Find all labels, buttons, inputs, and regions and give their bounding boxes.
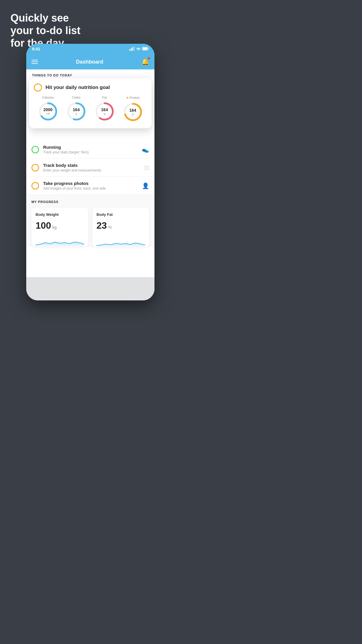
- progress-chart: [96, 234, 145, 247]
- todo-sub-label: Track your stats (target: 5km): [43, 150, 138, 154]
- donut-value: 2000: [43, 108, 52, 112]
- nutrition-card: Hit your daily nutrition goal Calories 2…: [29, 78, 152, 128]
- progress-card-title: Body Fat: [96, 212, 145, 217]
- nutrition-label: Protein: [130, 96, 140, 99]
- nutrition-row: Calories 2000 cal Carbs 164 g Fat 164 g …: [34, 96, 147, 123]
- todo-circle: [31, 182, 39, 190]
- nutrition-label: Calories: [42, 96, 54, 99]
- progress-value: 100kg: [36, 220, 84, 231]
- donut-unit: g: [101, 112, 108, 115]
- status-bar: 9:41: [26, 44, 154, 54]
- signal-icon: [129, 47, 135, 52]
- phone-mockup: 9:41: [26, 44, 154, 300]
- star-icon: ★: [126, 96, 129, 100]
- donut-value: 164: [73, 108, 80, 112]
- todo-main-label: Take progress photos: [43, 181, 138, 186]
- svg-rect-5: [148, 48, 149, 49]
- svg-rect-2: [132, 47, 133, 51]
- donut-chart: 164 g: [94, 101, 115, 122]
- todo-circle: [31, 146, 39, 153]
- main-content: THINGS TO DO TODAY Hit your daily nutrit…: [26, 69, 154, 300]
- donut-chart: 2000 cal: [38, 101, 59, 122]
- hero-line2: your to-do list: [10, 24, 80, 37]
- todo-item[interactable]: Take progress photos Add images of your …: [26, 177, 154, 195]
- donut-unit: cal: [43, 112, 52, 115]
- progress-chart: [36, 234, 84, 247]
- todo-icon: 👟: [142, 146, 149, 153]
- nutrition-item-calories: Calories 2000 cal: [38, 96, 59, 122]
- svg-marker-15: [36, 242, 84, 247]
- todo-list: Running Track your stats (target: 5km) 👟…: [26, 141, 154, 195]
- svg-rect-0: [129, 49, 130, 51]
- todo-text: Running Track your stats (target: 5km): [43, 145, 138, 154]
- section-label-today: THINGS TO DO TODAY: [26, 69, 154, 79]
- todo-sub-label: Enter your weight and measurements: [43, 168, 140, 172]
- svg-rect-6: [143, 48, 147, 50]
- todo-main-label: Running: [43, 145, 138, 150]
- donut-unit: g: [129, 113, 136, 116]
- status-time: 9:41: [32, 47, 40, 51]
- todo-main-label: Track body stats: [43, 163, 140, 168]
- app-header: Dashboard 🔔: [26, 54, 154, 69]
- hero-line1: Quickly see: [10, 12, 80, 24]
- nutrition-item-protein: ★Protein 164 g: [122, 96, 143, 123]
- nutrition-check-circle: [34, 83, 42, 92]
- progress-cards: Body Weight 100kg Body Fat 23%: [31, 208, 149, 247]
- progress-value: 23%: [96, 220, 145, 231]
- donut-chart: 164 g: [122, 102, 143, 123]
- todo-icon: ⊡: [144, 164, 149, 171]
- nutrition-label: Fat: [102, 96, 107, 99]
- donut-value: 164: [101, 108, 108, 112]
- progress-unit: %: [108, 225, 112, 230]
- svg-rect-1: [131, 48, 132, 51]
- progress-card[interactable]: Body Fat 23%: [92, 208, 149, 247]
- progress-card-title: Body Weight: [36, 212, 84, 217]
- notification-bell[interactable]: 🔔: [141, 58, 149, 66]
- donut-chart: 164 g: [66, 101, 87, 122]
- svg-rect-3: [134, 47, 135, 51]
- svg-marker-16: [96, 243, 145, 247]
- todo-item[interactable]: Track body stats Enter your weight and m…: [26, 159, 154, 177]
- progress-card[interactable]: Body Weight 100kg: [31, 208, 88, 247]
- wifi-icon: [136, 47, 141, 51]
- header-title: Dashboard: [76, 59, 103, 65]
- progress-title: MY PROGRESS: [31, 200, 149, 204]
- todo-sub-label: Add images of your front, back, and side: [43, 186, 138, 190]
- todo-item[interactable]: Running Track your stats (target: 5km) 👟: [26, 141, 154, 159]
- progress-unit: kg: [52, 225, 57, 230]
- nutrition-label: Carbs: [72, 96, 80, 99]
- card-shadow: [26, 277, 154, 300]
- todo-text: Take progress photos Add images of your …: [43, 181, 138, 190]
- progress-section: MY PROGRESS Body Weight 100kg Body Fat: [26, 195, 154, 247]
- nutrition-card-title: Hit your daily nutrition goal: [45, 85, 110, 90]
- hamburger-menu[interactable]: [31, 60, 38, 64]
- todo-circle: [31, 164, 39, 172]
- status-icons: [129, 47, 149, 52]
- nutrition-item-fat: Fat 164 g: [94, 96, 115, 122]
- donut-value: 164: [129, 108, 136, 113]
- battery-icon: [142, 47, 149, 51]
- donut-unit: g: [73, 112, 80, 115]
- notification-dot: [148, 57, 150, 60]
- todo-icon: 👤: [142, 182, 149, 189]
- todo-text: Track body stats Enter your weight and m…: [43, 163, 140, 172]
- nutrition-item-carbs: Carbs 164 g: [66, 96, 87, 122]
